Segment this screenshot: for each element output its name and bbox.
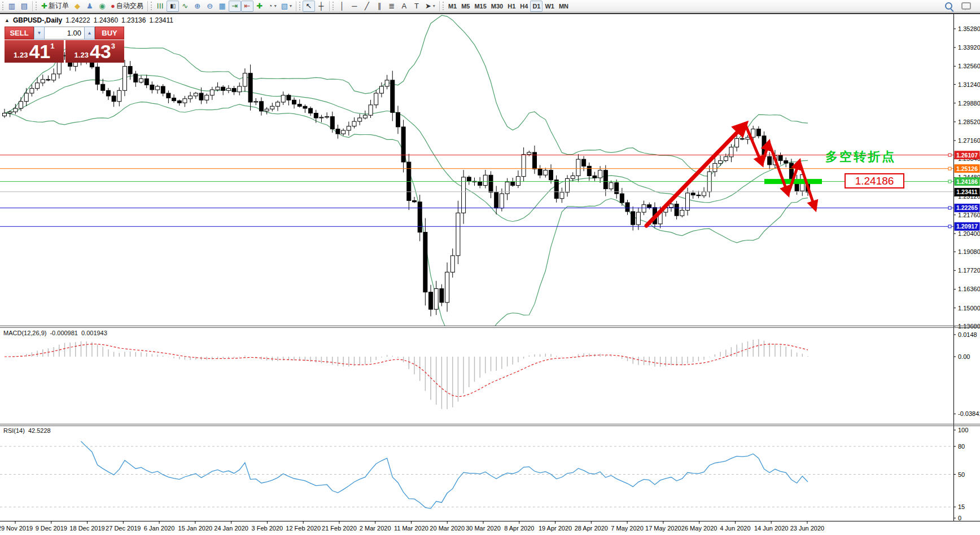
- tf-w1-button[interactable]: W1: [542, 1, 557, 12]
- chart-canvas[interactable]: 1.352801.339201.325601.312401.298801.285…: [0, 14, 980, 535]
- candle-body: [150, 85, 154, 90]
- candle-body: [603, 170, 607, 189]
- autotrading-button[interactable]: ●自动交易: [108, 1, 146, 12]
- indicators-button[interactable]: ✚: [253, 1, 266, 12]
- autotrading-label: 自动交易: [116, 1, 143, 11]
- macd-axis-label: 0.0148: [958, 331, 977, 338]
- tf-d1-button[interactable]: D1: [530, 1, 542, 12]
- hline-handle[interactable]: [948, 225, 951, 228]
- candlestick-mode-button[interactable]: ▮▯: [167, 1, 179, 12]
- tf-mn-button[interactable]: MN: [557, 1, 571, 12]
- new-chart-button[interactable]: ▥: [6, 1, 18, 12]
- price-callout-annotation[interactable]: 1.24186: [845, 173, 904, 188]
- zoom-out-button[interactable]: ⊖: [204, 1, 216, 12]
- sell-button[interactable]: SELL: [5, 27, 34, 40]
- candle-body: [483, 175, 487, 185]
- vertical-line-tool-icon: │: [340, 2, 344, 10]
- tf-m30-button[interactable]: M30: [489, 1, 505, 12]
- chat-button[interactable]: [959, 1, 973, 12]
- collapse-panel-icon[interactable]: ▲: [5, 17, 10, 23]
- candle-body: [401, 127, 405, 162]
- candle-body: [625, 203, 629, 212]
- candle-body: [560, 192, 564, 199]
- tf-m5-label: M5: [461, 3, 470, 10]
- sell-price[interactable]: 1.23 41 1: [5, 40, 64, 63]
- tf-h1-button[interactable]: H1: [505, 1, 518, 12]
- auto-scroll-button[interactable]: ⇥: [229, 1, 241, 12]
- price-axis-label: 1.33920: [958, 44, 980, 51]
- macd-axis-label: -0.038415: [958, 410, 980, 417]
- price-axis-label: 1.29880: [958, 100, 980, 107]
- buy-button[interactable]: BUY: [95, 27, 124, 40]
- new-order-button[interactable]: ✚新订单: [39, 1, 71, 12]
- tile-windows-button[interactable]: ▦: [216, 1, 229, 12]
- chart-profiles-button[interactable]: ▤: [18, 1, 30, 12]
- bar-chart-mode-button[interactable]: ☰: [154, 1, 167, 12]
- candle-body: [489, 175, 493, 192]
- hline-handle[interactable]: [948, 180, 951, 183]
- rsi-pane: [0, 441, 953, 508]
- trendline-tool-button[interactable]: ╱: [361, 1, 373, 12]
- toolbar-separator: [439, 1, 440, 11]
- candle-body: [735, 139, 739, 147]
- candle-body: [396, 112, 400, 127]
- templates-button[interactable]: ▧▾: [279, 1, 294, 12]
- signals-button[interactable]: ◉: [96, 1, 108, 12]
- arrows-tool-button[interactable]: ➤▾: [423, 1, 438, 12]
- mql5-community-button[interactable]: ♟: [84, 1, 96, 12]
- volume-input[interactable]: [45, 27, 84, 40]
- candle-body: [379, 86, 383, 93]
- chart-title: ▲ GBPUSD-,Daily 1.24222 1.24360 1.23136 …: [5, 16, 173, 24]
- candle-body: [216, 87, 220, 90]
- zoom-in-button[interactable]: ⊕: [191, 1, 204, 12]
- tf-h4-button[interactable]: H4: [518, 1, 530, 12]
- crosshair-tool-button[interactable]: ┼: [315, 1, 327, 12]
- hline-handle[interactable]: [948, 167, 951, 170]
- candle-body: [697, 195, 701, 196]
- text-label-tool-button[interactable]: T: [410, 1, 423, 12]
- templates-dropdown-icon[interactable]: ▾: [290, 3, 292, 8]
- turning-point-annotation[interactable]: 多空转折点: [825, 148, 896, 165]
- volume-down-button[interactable]: ▼: [34, 27, 45, 40]
- hline-handle[interactable]: [948, 207, 951, 209]
- tf-m5-button[interactable]: M5: [459, 1, 472, 12]
- date-axis-label: 3 Feb 2020: [252, 525, 283, 532]
- horizontal-line-tool-button[interactable]: ─: [348, 1, 361, 12]
- text-tool-button[interactable]: A: [398, 1, 410, 12]
- periods-button[interactable]: ◔▾: [266, 1, 279, 12]
- date-axis-label: 14 Jun 2020: [754, 525, 789, 532]
- price-axis-label: 1.21760: [958, 212, 980, 218]
- trend-arrow[interactable]: [769, 142, 788, 194]
- tf-d1-label: D1: [532, 3, 540, 10]
- volume-stepper: ▼ ▲: [34, 27, 95, 40]
- tf-m15-button[interactable]: M15: [472, 1, 488, 12]
- candle-body: [303, 106, 307, 108]
- hline-handle[interactable]: [948, 154, 951, 156]
- line-chart-mode-button[interactable]: ∿: [179, 1, 191, 12]
- chat-icon: [961, 2, 971, 10]
- trend-arrow[interactable]: [646, 124, 745, 226]
- arrows-tool-dropdown-icon[interactable]: ▾: [433, 3, 435, 8]
- pane-separators[interactable]: [0, 326, 980, 426]
- candle-body: [243, 73, 247, 86]
- periods-dropdown-icon[interactable]: ▾: [274, 3, 277, 8]
- buy-price[interactable]: 1.23 43 3: [65, 40, 125, 63]
- cursor-tool-button[interactable]: ↖: [303, 1, 315, 12]
- date-axis-label: 17 May 2020: [645, 525, 681, 532]
- toolbar-grip: [443, 2, 444, 10]
- fibonacci-tool-button[interactable]: ≣: [386, 1, 398, 12]
- annotations[interactable]: [646, 124, 822, 226]
- equidistant-channel-tool-button[interactable]: ∥: [373, 1, 386, 12]
- search-button[interactable]: [942, 1, 955, 12]
- chart-shift-button[interactable]: ⇤: [241, 1, 253, 12]
- candle-body: [276, 102, 280, 106]
- metaeditor-button[interactable]: ◆: [71, 1, 84, 12]
- text-tool-icon: A: [402, 2, 407, 10]
- price-axis-label: 1.20400: [958, 230, 980, 237]
- tf-m1-button[interactable]: M1: [446, 1, 459, 12]
- rsi-axis-label: 100: [958, 427, 968, 433]
- candle-body: [670, 204, 673, 208]
- volume-up-button[interactable]: ▲: [84, 27, 95, 40]
- vertical-line-tool-button[interactable]: │: [336, 1, 348, 12]
- bar-chart-mode-icon: ☰: [156, 3, 164, 10]
